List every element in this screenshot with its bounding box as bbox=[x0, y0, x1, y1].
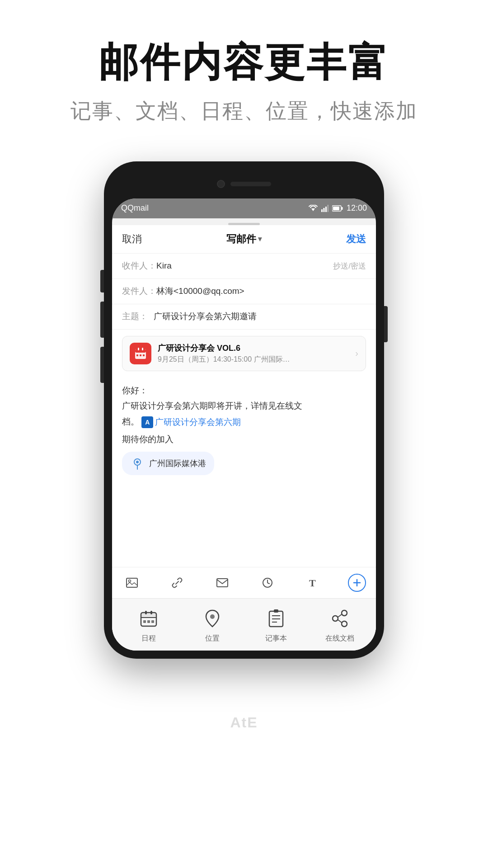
subject-field-row: 主题： 广研设计分享会第六期邀请 bbox=[112, 304, 376, 330]
subject-value[interactable]: 广研设计分享会第六期邀请 bbox=[154, 311, 366, 322]
calendar-arrow-icon: › bbox=[355, 348, 358, 359]
phone-outer: QQmail bbox=[104, 161, 384, 659]
wifi-icon bbox=[309, 205, 318, 212]
title-dropdown-arrow[interactable]: ▾ bbox=[258, 235, 262, 243]
svg-point-32 bbox=[210, 614, 215, 619]
doc-link[interactable]: A 广研设计分享会第六期 bbox=[141, 415, 241, 429]
svg-rect-2 bbox=[323, 208, 324, 212]
text-format-tool-icon[interactable]: T bbox=[303, 573, 323, 593]
subject-label: 主题： bbox=[122, 311, 154, 322]
side-button-left1 bbox=[100, 270, 104, 292]
svg-rect-4 bbox=[327, 205, 328, 212]
svg-rect-9 bbox=[135, 349, 146, 353]
svg-rect-28 bbox=[150, 611, 152, 614]
tray-item-location[interactable]: 位置 bbox=[190, 607, 235, 643]
svg-rect-10 bbox=[138, 348, 139, 350]
calendar-icon bbox=[130, 343, 151, 364]
tray-location-label: 位置 bbox=[205, 634, 220, 643]
tray-online-doc-label: 在线文档 bbox=[325, 634, 354, 643]
svg-rect-3 bbox=[325, 207, 327, 212]
image-svg-icon bbox=[126, 578, 138, 588]
svg-rect-27 bbox=[145, 611, 147, 614]
from-field-row: 发件人： 林海<10000@qq.com> bbox=[112, 279, 376, 304]
envelope-tool-icon[interactable] bbox=[212, 573, 232, 593]
svg-rect-6 bbox=[341, 207, 343, 210]
calendar-attachment[interactable]: 广研设计分享会 VOL.6 9月25日（周五）14:30-15:00 广州国际…… bbox=[122, 336, 366, 371]
svg-line-41 bbox=[338, 614, 342, 617]
tray-online-doc-svg bbox=[331, 609, 349, 627]
tray-online-doc-icon bbox=[328, 607, 352, 630]
clock-svg-icon bbox=[262, 577, 273, 588]
from-value[interactable]: 林海<10000@qq.com> bbox=[156, 285, 366, 297]
location-text: 广州国际媒体港 bbox=[149, 458, 206, 469]
tray-item-notepad[interactable]: 记事本 bbox=[253, 607, 299, 643]
svg-point-39 bbox=[342, 610, 347, 616]
location-svg bbox=[131, 457, 144, 470]
svg-rect-25 bbox=[141, 613, 156, 618]
doc-icon: A bbox=[141, 416, 153, 428]
cancel-button[interactable]: 取消 bbox=[122, 232, 142, 246]
doc-link-text[interactable]: 广研设计分享会第六期 bbox=[155, 415, 241, 429]
location-card[interactable]: 广州国际媒体港 bbox=[122, 452, 214, 475]
body-line1: 广研设计分享会第六期即将开讲，详情见在线文 bbox=[122, 399, 366, 413]
svg-marker-0 bbox=[311, 208, 315, 211]
email-body[interactable]: 你好： 广研设计分享会第六期即将开讲，详情见在线文 档。 A 广研设计分享会第六… bbox=[112, 377, 376, 567]
calendar-svg-icon bbox=[134, 347, 147, 360]
svg-rect-1 bbox=[321, 209, 323, 212]
send-button[interactable]: 发送 bbox=[346, 232, 366, 246]
add-tool-icon[interactable] bbox=[348, 574, 366, 592]
to-field-row: 收件人： Kira 抄送/密送 bbox=[112, 254, 376, 279]
svg-text:T: T bbox=[309, 577, 316, 588]
tray-calendar-label: 日程 bbox=[141, 634, 156, 643]
compose-toolbar: T bbox=[112, 567, 376, 598]
svg-rect-11 bbox=[142, 348, 143, 350]
signal-icon bbox=[321, 205, 328, 212]
location-pin-icon bbox=[130, 456, 145, 471]
hero-subtitle: 记事、文档、日程、位置，快速添加 bbox=[0, 97, 488, 125]
image-tool-icon[interactable] bbox=[122, 573, 142, 593]
tray-calendar-svg bbox=[140, 609, 158, 627]
hero-section: 邮件内容更丰富 记事、文档、日程、位置，快速添加 bbox=[0, 0, 488, 143]
svg-point-16 bbox=[136, 461, 139, 463]
phone-camera bbox=[217, 180, 225, 188]
svg-rect-30 bbox=[147, 620, 150, 623]
to-value[interactable]: Kira bbox=[156, 261, 333, 271]
phone-speaker bbox=[230, 182, 271, 186]
body-line2: 档。 A 广研设计分享会第六期 bbox=[122, 415, 366, 429]
svg-rect-17 bbox=[127, 578, 137, 587]
svg-point-38 bbox=[333, 616, 338, 621]
toolbar-row: T bbox=[122, 573, 366, 593]
tray-item-online-doc[interactable]: 在线文档 bbox=[317, 607, 362, 643]
hero-title: 邮件内容更丰富 bbox=[0, 41, 488, 85]
clock-tool-icon[interactable] bbox=[258, 573, 277, 593]
tray-location-svg bbox=[204, 609, 221, 627]
to-label: 收件人： bbox=[122, 260, 156, 272]
phone-top-bar bbox=[112, 170, 376, 198]
svg-point-40 bbox=[342, 621, 347, 627]
text-format-svg-icon: T bbox=[308, 577, 317, 588]
side-button-left3 bbox=[100, 347, 104, 383]
svg-rect-29 bbox=[143, 620, 146, 623]
watermark-text: AtE bbox=[230, 714, 258, 731]
svg-rect-12 bbox=[136, 354, 138, 356]
phone-screen: QQmail bbox=[112, 198, 376, 651]
tray-notepad-svg bbox=[268, 609, 284, 627]
envelope-svg-icon bbox=[216, 578, 228, 587]
cc-bcc-button[interactable]: 抄送/密送 bbox=[333, 261, 366, 271]
bottom-area: AtE bbox=[0, 659, 488, 749]
bottom-tray: 日程 位置 bbox=[112, 598, 376, 651]
status-bar: QQmail bbox=[112, 198, 376, 218]
calendar-event-time: 9月25日（周五）14:30-15:00 广州国际… bbox=[158, 355, 349, 364]
compose-nav: 取消 写邮件 ▾ 发送 bbox=[112, 225, 376, 254]
svg-rect-14 bbox=[143, 354, 145, 356]
calendar-info: 广研设计分享会 VOL.6 9月25日（周五）14:30-15:00 广州国际… bbox=[158, 343, 349, 364]
tray-item-calendar[interactable]: 日程 bbox=[126, 607, 171, 643]
link-svg-icon bbox=[171, 577, 183, 589]
status-icons: 12:00 bbox=[309, 203, 367, 213]
link-tool-icon[interactable] bbox=[167, 573, 187, 593]
body-greeting: 你好： bbox=[122, 384, 366, 397]
status-app-name: QQmail bbox=[121, 203, 149, 213]
svg-rect-7 bbox=[333, 207, 339, 210]
body-closing: 期待你的加入 bbox=[122, 433, 366, 446]
tray-calendar-icon bbox=[137, 607, 160, 630]
